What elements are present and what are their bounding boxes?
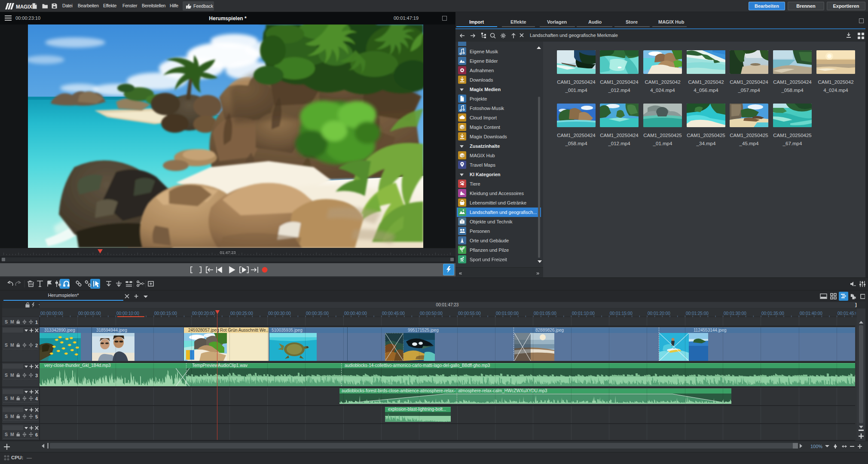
svg-text:M: M xyxy=(10,396,14,401)
svg-text:MAGIX: MAGIX xyxy=(16,3,32,10)
svg-text:S: S xyxy=(5,432,8,437)
svg-text:1: 1 xyxy=(35,320,38,325)
svg-text:S: S xyxy=(5,372,8,378)
svg-text:S: S xyxy=(5,342,8,348)
svg-text:S: S xyxy=(5,319,8,324)
svg-text:M: M xyxy=(10,342,14,348)
svg-text:M: M xyxy=(10,432,14,437)
svg-text:M: M xyxy=(10,372,14,378)
svg-text:S: S xyxy=(5,414,8,419)
svg-text:4: 4 xyxy=(35,396,38,401)
svg-text:M: M xyxy=(10,414,14,419)
svg-text:6: 6 xyxy=(35,432,38,437)
svg-text:5: 5 xyxy=(35,414,38,419)
svg-text:2: 2 xyxy=(35,343,38,348)
svg-text:M: M xyxy=(10,319,14,324)
svg-text:3: 3 xyxy=(35,373,38,378)
svg-text:S: S xyxy=(5,396,8,401)
